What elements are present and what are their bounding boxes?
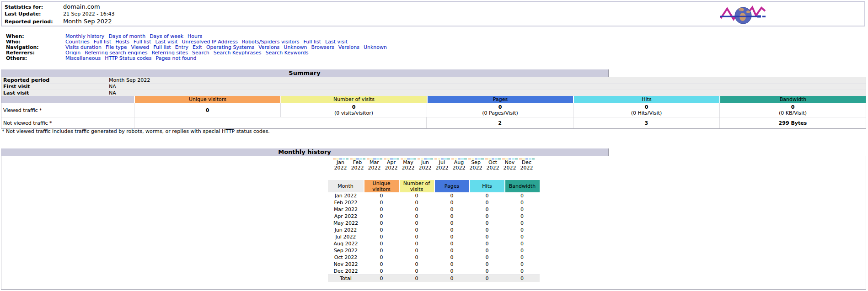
value-cell: 0 <box>505 233 540 240</box>
monthly-row-sep-2022: Sep 202200000 <box>328 247 540 254</box>
not-viewed-pages-cell: 2 <box>426 117 573 128</box>
month-cell: May 2022 <box>328 220 364 227</box>
reported-period-label: Reported period: <box>5 18 63 26</box>
bar-dash <box>485 159 488 159</box>
viewed-value: 0 <box>720 104 866 110</box>
value-cell: 0 <box>470 233 505 240</box>
nav-link-http-status-codes[interactable]: HTTP Status codes <box>105 55 151 61</box>
value-cell: 0 <box>505 213 540 220</box>
total-value-cell: 0 <box>505 275 540 282</box>
monthly-row-mar-2022: Mar 202200000 <box>328 206 540 213</box>
nav-link-versions[interactable]: Versions <box>338 44 359 50</box>
viewed-pages-cell: 0(0 Pages/Visit) <box>427 103 573 117</box>
month-cell: Aug 2022 <box>328 240 364 247</box>
summary-col-header-bandwidth: Bandwidth <box>719 96 866 103</box>
bar-dash <box>367 159 370 159</box>
nav-link-pages-not-found[interactable]: Pages not found <box>156 55 197 61</box>
site-domain: domain.com <box>63 3 100 10</box>
monthly-row-dec-2022: Dec 202200000 <box>328 268 540 275</box>
value-cell: 0 <box>399 247 434 254</box>
month-cell: Dec 2022 <box>328 268 364 275</box>
month-year: 2022 <box>450 165 467 171</box>
month-year: 2022 <box>501 165 518 171</box>
nav-link-search-keywords[interactable]: Search Keywords <box>265 50 308 56</box>
value-cell: 0 <box>399 268 434 275</box>
nav-link-unknown[interactable]: Unknown <box>364 44 387 50</box>
month-cell: Oct 2022 <box>328 254 364 261</box>
viewed-ratio: (0 Hits/Visit) <box>573 110 719 116</box>
nav-link-search-keyphrases[interactable]: Search Keyphrases <box>214 50 262 56</box>
value-cell: 0 <box>505 268 540 275</box>
month-label-feb-2022: Feb2022 <box>349 160 366 171</box>
month-label-jan-2022: Jan2022 <box>332 160 349 171</box>
value-cell: 0 <box>470 220 505 227</box>
not-viewed-hits-cell: 3 <box>573 117 719 128</box>
value-cell: 0 <box>364 220 399 227</box>
month-label-jun-2022: Jun2022 <box>417 160 434 171</box>
monthly-row-jun-2022: Jun 202200000 <box>328 227 540 233</box>
month-cell: Apr 2022 <box>328 213 364 220</box>
nav-section-referrers: Referrers:OriginReferring search engines… <box>6 50 391 56</box>
monthly-table-body: Jan 202200000Feb 202200000Mar 202200000A… <box>328 192 540 282</box>
month-cell: Nov 2022 <box>328 261 364 268</box>
value-cell: 0 <box>364 247 399 254</box>
value-cell: 0 <box>505 220 540 227</box>
monthly-row-feb-2022: Feb 202200000 <box>328 199 540 206</box>
nav-link-miscellaneous[interactable]: Miscellaneous <box>65 55 101 61</box>
monthly-history-section-title: Monthly history <box>1 148 609 156</box>
bar-dash <box>430 159 433 159</box>
bar-dash <box>363 159 365 159</box>
nav-link-browsers[interactable]: Browsers <box>311 44 334 50</box>
nav-menu: When:Monthly historyDays of monthDays of… <box>6 34 391 61</box>
monthly-total-row: Total00000 <box>328 275 540 282</box>
value-cell: 0 <box>364 233 399 240</box>
value-cell: 0 <box>434 240 470 247</box>
value-cell: 0 <box>470 213 505 220</box>
month-label-aug-2022: Aug2022 <box>450 160 467 171</box>
viewed-value: 0 <box>427 104 573 110</box>
value-cell: 0 <box>434 199 470 206</box>
summary-viewed-traffic-row: Viewed traffic * 00(0 visits/visitor)0(0… <box>1 103 866 117</box>
monthly-col-header-hits: Hits <box>470 180 505 192</box>
month-year: 2022 <box>484 165 501 171</box>
value-cell: 0 <box>434 227 470 233</box>
bar-dash <box>346 159 348 159</box>
value-cell: 0 <box>434 213 470 220</box>
value-cell: 0 <box>364 261 399 268</box>
bar-dash <box>384 159 386 159</box>
summary-reported-period-value: Month Sep 2022 <box>109 77 150 83</box>
month-label-oct-2022: Oct2022 <box>484 160 501 171</box>
value-cell: 0 <box>399 192 434 199</box>
bar-dash <box>413 159 416 159</box>
value-cell: 0 <box>364 213 399 220</box>
value-cell: 0 <box>434 233 470 240</box>
monthly-history-table: MonthUnique visitorsNumber of visitsPage… <box>328 180 540 282</box>
month-year: 2022 <box>400 165 417 171</box>
month-year: 2022 <box>383 165 400 171</box>
value-cell: 0 <box>399 199 434 206</box>
value-cell: 0 <box>399 213 434 220</box>
total-value-cell: 0 <box>434 275 470 282</box>
month-cell: Jun 2022 <box>328 227 364 233</box>
monthly-history-chart: Jan2022Feb2022Mar2022Apr2022May2022Jun20… <box>1 156 866 171</box>
month-label-jul-2022: Jul2022 <box>434 160 450 171</box>
value-cell: 0 <box>364 268 399 275</box>
month-cell: Mar 2022 <box>328 206 364 213</box>
value-cell: 0 <box>505 199 540 206</box>
summary-section-title: Summary <box>1 69 609 77</box>
value-cell: 0 <box>399 240 434 247</box>
last-update-label: Last Update: <box>5 11 63 18</box>
value-cell: 0 <box>399 227 434 233</box>
summary-footnote: * Not viewed traffic includes traffic ge… <box>2 128 270 134</box>
nav-section-others: Others:MiscellaneousHTTP Status codesPag… <box>6 56 391 61</box>
bar-dash <box>498 159 501 159</box>
bar-dash <box>468 159 471 159</box>
monthly-col-header-bandwidth: Bandwidth <box>505 180 540 192</box>
value-cell: 0 <box>470 247 505 254</box>
awstats-logo <box>719 4 767 26</box>
bar-dash <box>481 159 484 159</box>
summary-corner-cell <box>1 96 134 103</box>
month-year: 2022 <box>332 165 349 171</box>
monthly-table-header-row: MonthUnique visitorsNumber of visitsPage… <box>328 180 540 192</box>
value-cell: 0 <box>470 240 505 247</box>
